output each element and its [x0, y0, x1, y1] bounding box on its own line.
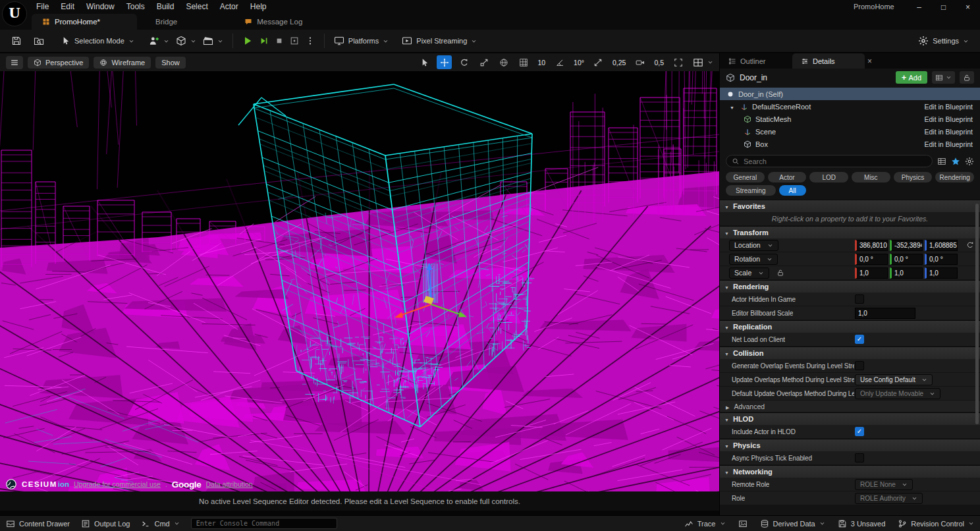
- scale-x-field[interactable]: 1,0: [855, 267, 888, 279]
- play-button[interactable]: [239, 32, 256, 49]
- expand-chevron-icon[interactable]: [730, 103, 736, 111]
- content-drawer-button[interactable]: Content Drawer: [6, 519, 70, 528]
- unreal-logo[interactable]: U: [2, 1, 27, 26]
- rotation-snap-value[interactable]: 10°: [572, 59, 586, 67]
- tree-row-scene-root[interactable]: DefaultSceneRoot Edit in Blueprint: [720, 100, 980, 113]
- scale-snap-toggle[interactable]: [591, 55, 606, 69]
- edit-in-blueprint-link[interactable]: Edit in Blueprint: [924, 140, 973, 148]
- section-collision[interactable]: Collision: [720, 347, 980, 359]
- filter-rendering[interactable]: Rendering: [935, 172, 974, 182]
- tab-bridge[interactable]: Bridge: [145, 14, 188, 30]
- screenshot-button[interactable]: [738, 519, 748, 528]
- rotate-tool-button[interactable]: [456, 55, 472, 69]
- camera-speed-value[interactable]: 0,5: [652, 59, 666, 67]
- trace-dropdown[interactable]: Trace: [684, 519, 726, 528]
- scale-z-field[interactable]: 1,0: [925, 267, 958, 279]
- reset-to-default-icon[interactable]: [966, 241, 974, 249]
- section-replication[interactable]: Replication: [720, 320, 980, 333]
- output-log-button[interactable]: Output Log: [81, 519, 130, 528]
- menu-edit[interactable]: Edit: [55, 0, 80, 14]
- save-button[interactable]: [8, 32, 25, 49]
- section-transform[interactable]: Transform: [720, 226, 980, 238]
- console-input[interactable]: [191, 518, 337, 529]
- section-favorites[interactable]: Favorites: [720, 200, 980, 212]
- menu-select[interactable]: Select: [180, 0, 213, 14]
- include-hlod-checkbox[interactable]: [855, 427, 864, 436]
- revision-control-dropdown[interactable]: Revision Control: [898, 519, 974, 528]
- filter-physics[interactable]: Physics: [894, 172, 933, 182]
- update-overlaps-dropdown[interactable]: Use Config Default: [855, 374, 933, 385]
- advanced-expander[interactable]: Advanced: [720, 401, 980, 412]
- tab-message-log[interactable]: Message Log: [234, 14, 313, 30]
- menu-actor[interactable]: Actor: [214, 0, 244, 14]
- scale-dropdown[interactable]: Scale: [729, 267, 769, 279]
- viewport-options-button[interactable]: [6, 56, 23, 69]
- menu-window[interactable]: Window: [80, 0, 121, 14]
- tab-outliner[interactable]: Outliner: [720, 53, 792, 69]
- rotation-snap-toggle[interactable]: [552, 55, 567, 69]
- menu-build[interactable]: Build: [151, 0, 180, 14]
- tree-row-scene[interactable]: Scene Edit in Blueprint: [720, 125, 980, 138]
- lock-details-button[interactable]: [960, 71, 974, 84]
- actor-hidden-checkbox[interactable]: [855, 294, 864, 304]
- filter-general[interactable]: General: [726, 172, 765, 182]
- close-button[interactable]: ×: [956, 0, 980, 14]
- filter-streaming[interactable]: Streaming: [726, 185, 776, 196]
- filter-actor[interactable]: Actor: [768, 172, 807, 182]
- perspective-dropdown[interactable]: Perspective: [28, 57, 89, 69]
- edit-in-blueprint-link[interactable]: Edit in Blueprint: [924, 115, 973, 123]
- filter-lod[interactable]: LOD: [809, 172, 848, 182]
- search-field[interactable]: [726, 155, 933, 167]
- location-dropdown[interactable]: Location: [729, 240, 778, 251]
- scale-y-field[interactable]: 1,0: [890, 267, 923, 279]
- grid-snap-toggle[interactable]: [516, 55, 531, 69]
- cinematics-button[interactable]: [200, 32, 227, 49]
- tree-row-staticmesh[interactable]: StaticMesh Edit in Blueprint: [720, 113, 980, 125]
- location-x-field[interactable]: 386,80105: [855, 240, 888, 251]
- search-input[interactable]: [744, 157, 927, 165]
- quick-add-button[interactable]: [146, 32, 173, 49]
- edit-in-blueprint-link[interactable]: Edit in Blueprint: [924, 103, 973, 111]
- unsaved-button[interactable]: 3 Unsaved: [838, 519, 886, 528]
- location-z-field[interactable]: 1,608885: [925, 240, 958, 251]
- eject-button[interactable]: [286, 33, 302, 49]
- pixel-streaming-dropdown[interactable]: Pixel Streaming: [398, 32, 480, 49]
- tree-row-box[interactable]: Box Edit in Blueprint: [720, 138, 980, 150]
- section-hlod[interactable]: HLOD: [720, 412, 980, 425]
- rotation-z-field[interactable]: 0,0 °: [925, 254, 958, 265]
- minimize-button[interactable]: –: [907, 0, 931, 14]
- selection-mode-dropdown[interactable]: Selection Mode: [58, 33, 138, 49]
- settings-gear-icon[interactable]: [965, 157, 974, 166]
- browse-content-button[interactable]: [30, 32, 47, 49]
- viewport-layout-button[interactable]: [690, 55, 705, 69]
- play-options-button[interactable]: [302, 33, 318, 49]
- select-tool-button[interactable]: [417, 55, 432, 69]
- menu-help[interactable]: Help: [244, 0, 273, 14]
- rotation-dropdown[interactable]: Rotation: [729, 254, 778, 265]
- move-tool-button[interactable]: [437, 55, 452, 69]
- viewport-canvas[interactable]: [0, 71, 719, 491]
- panel-close-button[interactable]: ×: [867, 57, 872, 66]
- camera-speed-button[interactable]: [632, 55, 647, 69]
- menu-tools[interactable]: Tools: [121, 0, 151, 14]
- section-networking[interactable]: Networking: [720, 465, 980, 478]
- scale-lock-icon[interactable]: [776, 269, 784, 277]
- chevron-down-icon[interactable]: [707, 59, 713, 65]
- cmd-dropdown[interactable]: Cmd: [141, 519, 179, 528]
- frame-skip-button[interactable]: [256, 33, 272, 49]
- derived-data-dropdown[interactable]: Derived Data: [760, 519, 825, 528]
- filter-all[interactable]: All: [779, 185, 806, 196]
- scale-tool-button[interactable]: [476, 55, 491, 69]
- location-y-field[interactable]: -352,3894: [890, 240, 923, 251]
- rotation-x-field[interactable]: 0,0 °: [855, 254, 888, 265]
- filter-misc[interactable]: Misc: [852, 172, 890, 182]
- show-dropdown[interactable]: Show: [155, 57, 186, 69]
- data-attribution-link[interactable]: Data attribution: [206, 480, 253, 488]
- upgrade-link[interactable]: Upgrade for commercial use: [74, 480, 161, 488]
- maximize-viewport-button[interactable]: [670, 55, 686, 69]
- edit-in-blueprint-link[interactable]: Edit in Blueprint: [924, 128, 973, 136]
- async-physics-checkbox[interactable]: [855, 453, 864, 462]
- net-load-checkbox[interactable]: [855, 335, 864, 344]
- favorites-star-icon[interactable]: [951, 157, 960, 166]
- viewmode-dropdown[interactable]: Wireframe: [94, 57, 151, 69]
